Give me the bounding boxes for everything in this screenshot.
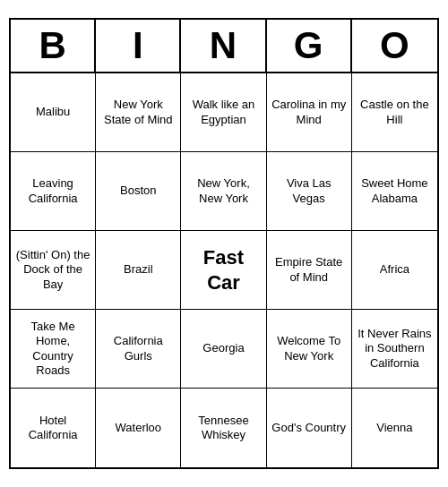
bingo-cell-2[interactable]: New York State of Mind: [96, 73, 181, 152]
bingo-grid: MalibuNew York State of MindWalk like an…: [11, 73, 437, 467]
bingo-cell-text: New York, New York: [185, 176, 262, 206]
bingo-cell-text: New York State of Mind: [99, 98, 177, 127]
bingo-cell-text: Tennesee Whiskey: [185, 414, 262, 443]
bingo-cell-13[interactable]: Fast Car: [181, 231, 266, 310]
bingo-cell-22[interactable]: Waterloo: [96, 389, 181, 467]
bingo-letter-o: O: [352, 20, 437, 72]
bingo-cell-text: Welcome To New York: [271, 334, 348, 363]
bingo-letter-g: G: [267, 20, 352, 72]
bingo-cell-10[interactable]: Sweet Home Alabama: [352, 152, 437, 231]
bingo-cell-12[interactable]: Brazil: [96, 231, 181, 310]
bingo-cell-4[interactable]: Carolina in my Mind: [267, 73, 352, 152]
bingo-cell-text: Boston: [120, 184, 156, 198]
bingo-cell-text: Fast Car: [185, 245, 262, 295]
bingo-cell-20[interactable]: It Never Rains in Southern California: [352, 310, 437, 389]
bingo-cell-17[interactable]: California Gurls: [96, 310, 181, 389]
bingo-cell-text: Walk like an Egyptian: [185, 98, 262, 127]
bingo-cell-text: Sweet Home Alabama: [356, 176, 434, 206]
bingo-cell-19[interactable]: Welcome To New York: [267, 310, 352, 389]
bingo-cell-text: Castle on the Hill: [356, 98, 434, 127]
bingo-cell-text: Take Me Home, Country Roads: [14, 320, 91, 378]
bingo-cell-text: God's Country: [271, 421, 346, 435]
bingo-cell-text: Viva Las Vegas: [271, 176, 348, 206]
bingo-card: BINGO MalibuNew York State of MindWalk l…: [9, 18, 439, 469]
bingo-cell-text: Hotel California: [14, 414, 91, 443]
bingo-cell-text: Malibu: [36, 105, 70, 119]
bingo-cell-18[interactable]: Georgia: [181, 310, 266, 389]
bingo-cell-15[interactable]: Africa: [352, 231, 437, 310]
bingo-cell-text: (Sittin' On) the Dock of the Bay: [14, 248, 91, 292]
bingo-letter-n: N: [181, 20, 266, 72]
bingo-cell-text: Empire State of Mind: [271, 255, 348, 285]
bingo-cell-text: Africa: [380, 262, 409, 277]
bingo-cell-text: It Never Rains in Southern California: [356, 327, 434, 371]
bingo-cell-text: California Gurls: [99, 334, 177, 363]
bingo-cell-8[interactable]: New York, New York: [181, 152, 266, 231]
bingo-cell-text: Georgia: [202, 341, 244, 355]
bingo-cell-text: Vienna: [376, 421, 412, 435]
bingo-cell-text: Leaving California: [14, 176, 91, 206]
bingo-letter-b: B: [11, 20, 96, 72]
bingo-cell-text: Carolina in my Mind: [271, 98, 348, 127]
bingo-cell-7[interactable]: Boston: [96, 152, 181, 231]
bingo-cell-3[interactable]: Walk like an Egyptian: [181, 73, 266, 152]
bingo-cell-11[interactable]: (Sittin' On) the Dock of the Bay: [11, 231, 96, 310]
bingo-letter-i: I: [96, 20, 181, 72]
bingo-cell-9[interactable]: Viva Las Vegas: [267, 152, 352, 231]
bingo-cell-21[interactable]: Hotel California: [11, 389, 96, 467]
bingo-cell-6[interactable]: Leaving California: [11, 152, 96, 231]
bingo-cell-23[interactable]: Tennesee Whiskey: [181, 389, 266, 467]
bingo-cell-text: Brazil: [124, 262, 153, 277]
bingo-cell-text: Waterloo: [116, 421, 162, 435]
bingo-cell-16[interactable]: Take Me Home, Country Roads: [11, 310, 96, 389]
bingo-cell-1[interactable]: Malibu: [11, 73, 96, 152]
bingo-cell-14[interactable]: Empire State of Mind: [267, 231, 352, 310]
bingo-header: BINGO: [11, 20, 437, 73]
bingo-cell-24[interactable]: God's Country: [267, 389, 352, 467]
bingo-cell-25[interactable]: Vienna: [352, 389, 437, 467]
bingo-cell-5[interactable]: Castle on the Hill: [352, 73, 437, 152]
